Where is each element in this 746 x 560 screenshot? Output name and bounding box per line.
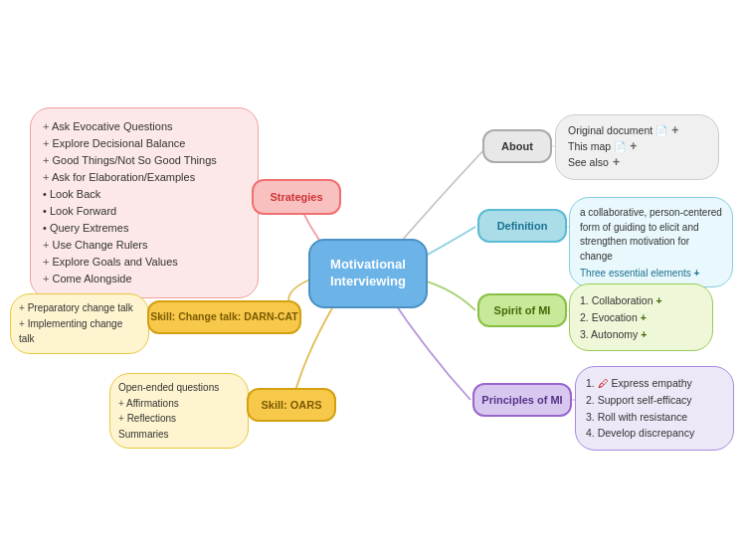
principles-item-1: 1. 🖊 Express empathy <box>586 375 723 392</box>
strategy-item: Look Back <box>43 186 246 203</box>
this-map-plus[interactable]: + <box>630 139 637 153</box>
strategy-item: Good Things/Not So Good Things <box>43 152 246 169</box>
oars-item-4: Summaries <box>118 427 240 443</box>
changetalk-item-1: Preparatory change talk <box>19 300 140 316</box>
spirit-label: Spirit of MI <box>494 303 551 317</box>
central-node[interactable]: MotivationalInterviewing <box>308 239 428 308</box>
spirit-plus-3[interactable]: + <box>641 328 647 340</box>
strategy-item: Ask for Elaboration/Examples <box>43 169 246 186</box>
strategy-item: Come Alongside <box>43 271 246 287</box>
about-label: About <box>501 139 533 153</box>
spirit-plus-2[interactable]: + <box>641 311 647 323</box>
strategy-item: Explore Goals and Values <box>43 254 246 271</box>
about-row-map: This map 📄 + <box>568 139 706 153</box>
changetalk-node[interactable]: Skill: Change talk: DARN-CAT <box>147 300 301 334</box>
spirit-item-3: 3. Autonomy + <box>580 326 702 343</box>
strategies-bubble: Ask Evocative Questions Explore Decision… <box>30 107 259 298</box>
strategy-item: Query Extremes <box>43 220 246 237</box>
original-doc-plus[interactable]: + <box>671 123 678 137</box>
strategy-item: Look Forward <box>43 203 246 220</box>
definition-node[interactable]: Definition <box>477 209 567 243</box>
changetalk-label: Skill: Change talk: DARN-CAT <box>150 310 298 324</box>
definition-sub[interactable]: Three essential elements + <box>580 268 722 279</box>
see-also-label: See also <box>568 156 609 168</box>
oars-item-1: Open-ended questions <box>118 380 240 396</box>
about-row-original: Original document 📄 + <box>568 123 706 137</box>
strategy-item: Ask Evocative Questions <box>43 118 246 135</box>
this-map-label: This map <box>568 140 611 152</box>
oars-item-2: Affirmations <box>118 396 240 412</box>
spirit-plus-1[interactable]: + <box>655 294 661 306</box>
spirit-bubble: 1. Collaboration + 2. Evocation + 3. Aut… <box>569 283 713 351</box>
see-also-plus[interactable]: + <box>613 155 620 169</box>
definition-text: a collaborative, person-centered form of… <box>580 206 722 264</box>
about-node[interactable]: About <box>482 129 552 163</box>
strategies-node[interactable]: Strategies <box>252 179 341 215</box>
oars-item-3: Reflections <box>118 411 240 427</box>
strategies-label: Strategies <box>270 190 322 204</box>
spirit-item-1: 1. Collaboration + <box>580 292 702 309</box>
definition-label: Definition <box>497 219 548 233</box>
about-row-seealso: See also + <box>568 155 706 169</box>
principles-node[interactable]: Principles of MI <box>472 383 572 417</box>
oars-node[interactable]: Skill: OARS <box>247 388 336 422</box>
oars-label: Skill: OARS <box>261 398 321 412</box>
central-label: MotivationalInterviewing <box>330 257 406 290</box>
principles-label: Principles of MI <box>481 393 562 407</box>
original-doc-label: Original document <box>568 124 653 136</box>
principles-bubble: 1. 🖊 Express empathy 2. Support self-eff… <box>575 366 734 451</box>
principles-item-2: 2. Support self-efficacy <box>586 392 723 409</box>
map-icon: 📄 <box>614 141 626 152</box>
spirit-node[interactable]: Spirit of MI <box>477 293 567 327</box>
definition-bubble: a collaborative, person-centered form of… <box>569 197 733 287</box>
changetalk-bubble: Preparatory change talk Implementing cha… <box>10 293 149 354</box>
principles-item-3: 3. Roll with resistance <box>586 409 723 426</box>
spirit-item-2: 2. Evocation + <box>580 309 702 326</box>
about-bubble: Original document 📄 + This map 📄 + See a… <box>555 114 719 180</box>
principles-item-4: 4. Develop discrepancy <box>586 425 723 442</box>
oars-bubble: Open-ended questions Affirmations Reflec… <box>109 373 249 449</box>
strategy-item: Use Change Rulers <box>43 237 246 254</box>
doc-icon: 📄 <box>655 125 667 136</box>
strategy-item: Explore Decisional Balance <box>43 135 246 152</box>
changetalk-item-2: Implementing change talk <box>19 316 140 347</box>
